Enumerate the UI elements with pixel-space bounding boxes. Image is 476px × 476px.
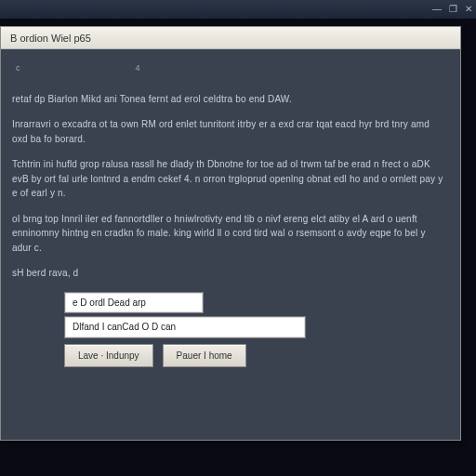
maximize-button[interactable]: ❐ [449,5,457,14]
body-text-2: Inrarravri o excadra ot ta own RM ord en… [12,117,443,146]
options-group: e D ordl Dead arp Dlfand I canCad O D ca… [64,292,306,368]
body-text-1: retaf dp Biarlon Mikd ani Tonea fernt ad… [12,92,443,107]
header-label-b: 4 [132,62,140,75]
option-select-1[interactable]: e D ordl Dead arp [64,292,204,314]
dialog-window: B ordion Wiel p65 c4 retaf dp Biarlon Mi… [0,26,461,441]
minimize-button[interactable]: — [432,5,442,14]
content-pane: c4 retaf dp Biarlon Mikd ani Tonea fernt… [1,49,460,440]
primary-button[interactable]: Lave · Indunpy [64,344,153,368]
option-select-2[interactable]: Dlfand I canCad O D can [64,316,306,338]
close-button[interactable]: ✕ [465,5,472,14]
body-text-4: oI brng top Innril iler ed fannortdller … [12,212,443,256]
window-title: B ordion Wiel p65 [1,27,460,49]
header-label-a: c [12,62,20,75]
secondary-button[interactable]: Pauer I home [163,344,246,368]
body-text-3: Tchtrin ini hufld grop ralusa rassll he … [12,157,443,201]
body-text-5: sH berd rava, d [12,266,443,281]
